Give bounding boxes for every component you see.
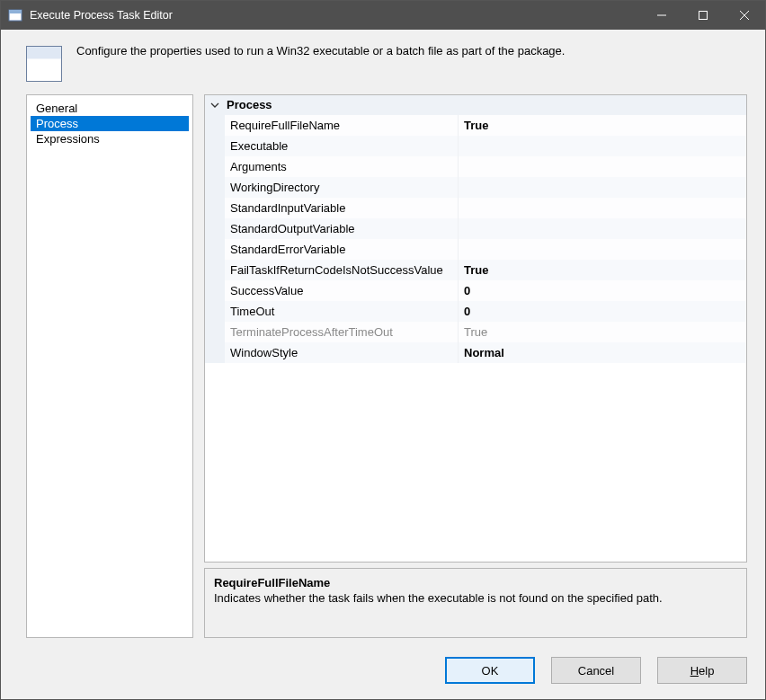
help-button-label: Help [690, 664, 715, 678]
property-row[interactable]: FailTaskIfReturnCodeIsNotSuccessValueTru… [205, 260, 746, 280]
property-row[interactable]: StandardErrorVariable [205, 239, 746, 260]
row-gutter [205, 260, 225, 280]
property-row[interactable]: StandardInputVariable [205, 198, 746, 218]
property-help: RequireFullFileName Indicates whether th… [204, 568, 747, 638]
property-label: StandardErrorVariable [225, 239, 459, 260]
row-gutter [205, 156, 225, 177]
property-label: Arguments [225, 156, 459, 177]
help-button[interactable]: Help [657, 657, 747, 684]
task-icon [26, 46, 62, 82]
category-header[interactable]: Process [205, 95, 746, 115]
row-gutter [205, 115, 225, 136]
property-label: FailTaskIfReturnCodeIsNotSuccessValue [225, 260, 459, 280]
property-value[interactable] [459, 156, 746, 177]
close-button[interactable] [724, 1, 765, 30]
property-value[interactable]: Normal [459, 342, 746, 363]
header-description: Configure the properties used to run a W… [76, 44, 565, 58]
help-description: Indicates whether the task fails when th… [214, 591, 737, 605]
property-row[interactable]: TimeOut0 [205, 301, 746, 322]
property-value[interactable] [459, 218, 746, 239]
property-label: TimeOut [225, 301, 459, 322]
minimize-button[interactable] [641, 1, 682, 30]
property-value[interactable] [459, 239, 746, 260]
property-value[interactable] [459, 177, 746, 198]
row-gutter [205, 136, 225, 156]
property-label: StandardOutputVariable [225, 218, 459, 239]
help-title: RequireFullFileName [214, 576, 737, 589]
svg-rect-3 [699, 12, 708, 20]
property-value[interactable] [459, 198, 746, 218]
row-gutter [205, 218, 225, 239]
app-icon [8, 8, 22, 22]
maximize-button[interactable] [682, 1, 724, 30]
category-label: Process [227, 98, 272, 111]
property-row[interactable]: TerminateProcessAfterTimeOutTrue [205, 322, 746, 342]
cancel-button[interactable]: Cancel [551, 657, 641, 684]
row-gutter [205, 342, 225, 363]
window-title: Execute Process Task Editor [30, 9, 173, 22]
property-label: WorkingDirectory [225, 177, 459, 198]
dialog-window: Execute Process Task Editor Configure th… [0, 0, 766, 700]
sidebar-item-general[interactable]: General [31, 101, 189, 116]
property-row[interactable]: StandardOutputVariable [205, 218, 746, 239]
sidebar-item-expressions[interactable]: Expressions [31, 131, 189, 146]
property-row[interactable]: Arguments [205, 156, 746, 177]
property-value[interactable]: True [459, 115, 746, 136]
property-value[interactable]: 0 [459, 301, 746, 322]
property-value[interactable]: 0 [459, 280, 746, 301]
property-row[interactable]: SuccessValue0 [205, 280, 746, 301]
property-row[interactable]: Executable [205, 136, 746, 156]
sidebar-item-process[interactable]: Process [31, 116, 189, 131]
svg-rect-1 [9, 10, 22, 13]
row-gutter [205, 280, 225, 301]
property-value[interactable]: True [459, 260, 746, 280]
category-sidebar: GeneralProcessExpressions [26, 94, 193, 638]
row-gutter [205, 239, 225, 260]
property-value[interactable] [459, 136, 746, 156]
property-label: RequireFullFileName [225, 115, 459, 136]
property-label: SuccessValue [225, 280, 459, 301]
row-gutter [205, 177, 225, 198]
chevron-down-icon[interactable] [209, 99, 221, 111]
row-gutter [205, 198, 225, 218]
property-label: TerminateProcessAfterTimeOut [225, 322, 459, 342]
row-gutter [205, 322, 225, 342]
property-grid: Process RequireFullFileNameTrueExecutabl… [204, 94, 747, 563]
property-label: WindowStyle [225, 342, 459, 363]
property-label: Executable [225, 136, 459, 156]
dialog-footer: OK Cancel Help [1, 642, 765, 699]
row-gutter [205, 301, 225, 322]
titlebar[interactable]: Execute Process Task Editor [1, 1, 765, 30]
property-row[interactable]: RequireFullFileNameTrue [205, 115, 746, 136]
ok-button[interactable]: OK [445, 657, 535, 684]
property-row[interactable]: WindowStyleNormal [205, 342, 746, 363]
header: Configure the properties used to run a W… [1, 30, 765, 87]
property-value[interactable]: True [459, 322, 746, 342]
property-row[interactable]: WorkingDirectory [205, 177, 746, 198]
property-label: StandardInputVariable [225, 198, 459, 218]
